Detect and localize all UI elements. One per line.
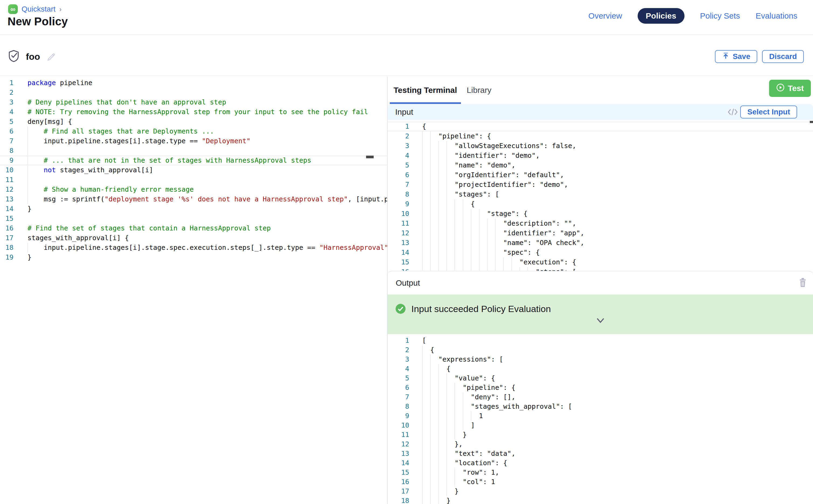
code-token: [ [422,337,426,344]
line-number: 13 [387,238,409,248]
indent-guide [422,141,423,151]
indent-guide [438,141,439,151]
code-token: "execution": { [422,258,576,266]
indent-guide [455,421,455,430]
indent-guide [438,458,439,468]
code-token [27,185,44,193]
input-json-lines: 1{2 "pipeline": {3 "allowStageExecutions… [387,120,813,271]
indent-guide [463,219,463,228]
indent-guide [438,402,439,411]
indent-guide [447,190,447,199]
indent-guide [455,219,455,228]
input-json-editor[interactable]: 1{2 "pipeline": {3 "allowStageExecutions… [387,120,813,271]
edit-pencil-icon[interactable] [46,51,56,62]
line-content: deny[msg] { [27,117,387,127]
indent-guide [455,209,455,219]
line-number: 3 [0,97,13,107]
code-line: 16# Find the set of stages that contain … [0,223,387,233]
indent-guide [455,257,455,267]
select-input-button[interactable]: Select Input [740,106,797,118]
indent-guide [422,228,423,238]
save-button[interactable]: Save [715,50,757,63]
indent-guide [447,267,447,271]
line-content: } [27,253,387,262]
code-token: input.pipeline.stages[i].stage.type == [27,137,202,145]
code-line: 9 { [387,199,813,209]
line-number: 13 [387,449,409,458]
breadcrumb: ∞ Quickstart › [8,4,62,14]
line-content: "description": "", [422,219,813,228]
line-content: # Find all stages that are Deployments .… [27,127,387,136]
code-line: 14} [0,204,387,214]
nav-item-overview[interactable]: Overview [588,11,622,20]
indent-guide [438,449,439,458]
indent-guide [430,248,431,257]
code-token: "stage": { [422,210,528,218]
line-content: { [422,199,813,209]
code-token: # NOTE: Try removing the HarnessApproval… [27,108,368,116]
code-line: 14 "location": { [387,458,813,468]
test-button[interactable]: Test [769,80,811,97]
code-token [27,127,44,135]
line-content: "name": "demo", [422,160,813,170]
indent-guide [447,228,447,238]
code-line: 7 input.pipeline.stages[i].stage.type ==… [0,136,387,146]
breadcrumb-link-quickstart[interactable]: Quickstart [22,5,55,13]
code-line: 8 [0,146,387,156]
discard-button[interactable]: Discard [762,50,804,63]
nav-item-policies-active[interactable]: Policies [638,8,684,24]
indent-guide [438,257,439,267]
indent-guide [447,449,447,458]
line-number: 8 [0,146,13,156]
harness-logo[interactable]: ∞ [8,4,18,14]
indent-guide [438,238,439,248]
indent-guide [463,421,463,430]
indent-guide [422,458,423,468]
chevron-down-icon[interactable] [595,318,606,325]
nav-item-evaluations[interactable]: Evaluations [756,11,797,20]
tab-testing-terminal[interactable]: Testing Terminal [390,76,461,104]
indent-guide [27,136,28,146]
code-token: "deployment stage '%s' does not have a H… [104,195,348,203]
indent-guide [430,141,431,151]
indent-guide [422,248,423,257]
code-line: 15 "row": 1, [387,468,813,477]
tab-library[interactable]: Library [463,76,496,104]
indent-guide [422,151,423,160]
code-line: 6 "pipeline": { [387,383,813,392]
indent-guide [479,238,480,248]
code-line: 8 "stages_with_approval": [ [387,402,813,411]
trash-icon[interactable] [798,277,807,288]
indent-guide [447,199,447,209]
indent-guide [422,439,423,449]
code-line: 6 "orgIdentifier": "default", [387,170,813,180]
output-json-editor[interactable]: 1[2 {3 "expressions": [4 {5 "value": {6 … [387,334,813,504]
code-slash-icon[interactable] [727,108,738,117]
line-content: "expressions": [ [422,355,813,364]
code-line: 12 }, [387,439,813,449]
overview-ruler-cursor-mark [366,156,373,158]
indent-guide [438,373,439,383]
indent-guide [447,170,447,180]
line-content: ] [422,421,813,430]
line-content: package pipeline [27,78,387,88]
code-token: # Find all stages that are Deployments .… [44,127,214,135]
indent-guide [438,383,439,392]
nav-item-policy-sets[interactable]: Policy Sets [700,11,740,20]
code-line: 11 } [387,430,813,439]
indent-guide [430,402,431,411]
code-token: } [422,431,467,439]
code-token: # Find the set of stages that contain a … [27,224,271,232]
policy-code-editor[interactable]: 1package pipeline23# Deny pipelines that… [0,76,387,504]
code-token: msg := sprintf( [27,195,104,203]
indent-guide [455,248,455,257]
indent-guide [447,383,447,392]
line-content: # NOTE: Try removing the HarnessApproval… [27,107,387,117]
indent-guide [422,421,423,430]
indent-guide [430,355,431,364]
line-number: 15 [0,214,13,223]
line-content [27,88,387,97]
indent-guide [430,383,431,392]
line-content: [ [422,336,813,345]
indent-guide [422,430,423,439]
